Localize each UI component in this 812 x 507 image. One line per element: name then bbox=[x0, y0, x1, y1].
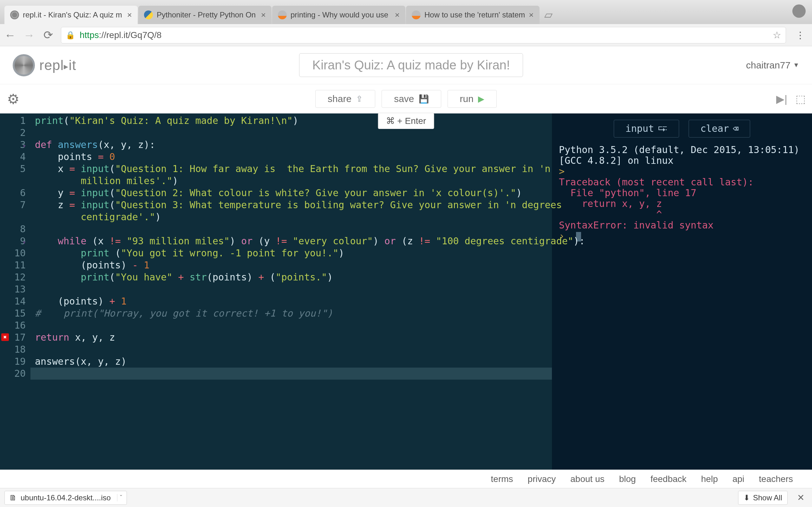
browser-tab[interactable]: How to use the 'return' statem× bbox=[406, 6, 540, 24]
save-label: save bbox=[394, 94, 414, 104]
package-icon[interactable]: ⬚ bbox=[796, 93, 806, 105]
tab-close-icon[interactable]: × bbox=[395, 10, 400, 20]
favicon-icon bbox=[412, 10, 420, 19]
editor-code-area[interactable]: print("Kiran's Quiz: A quiz made by Kira… bbox=[35, 115, 552, 380]
browser-tab-strip: repl.it - Kiran's Quiz: A quiz m×Pythoni… bbox=[0, 0, 812, 24]
browser-tab[interactable]: printing - Why would you use× bbox=[272, 6, 405, 24]
show-all-downloads-button[interactable]: ⬇ Show All bbox=[738, 491, 788, 505]
lock-icon: 🔒 bbox=[66, 31, 75, 40]
play-icon: ▶ bbox=[478, 94, 484, 104]
file-icon: 🗎 bbox=[9, 493, 17, 502]
download-arrow-icon: ⬇ bbox=[744, 493, 750, 502]
step-forward-icon[interactable]: ▶| bbox=[776, 93, 787, 105]
footer-link-api[interactable]: api bbox=[732, 474, 744, 484]
save-button[interactable]: save 💾 bbox=[382, 90, 441, 108]
user-menu[interactable]: chaitran77 ▼ bbox=[746, 60, 799, 71]
run-button[interactable]: run ▶ bbox=[448, 90, 497, 108]
console-pane: input ⮓ clear ⌫ Python 3.5.2 (default, D… bbox=[552, 113, 812, 469]
settings-gear-icon[interactable]: ⚙ bbox=[7, 91, 19, 107]
url-path: ://repl.it/Gq7Q/8 bbox=[99, 30, 162, 40]
toolbar: ⚙ 🗎 share ⇪ save 💾 run ▶ ▶| ⬚ ⌘ + Enter bbox=[0, 84, 812, 113]
footer-link-feedback[interactable]: feedback bbox=[651, 474, 687, 484]
tab-close-icon[interactable]: × bbox=[261, 10, 266, 20]
show-all-label: Show All bbox=[753, 493, 782, 502]
download-item[interactable]: 🗎 ubuntu-16.04.2-deskt....iso ˇ bbox=[4, 491, 127, 505]
footer-links: termsprivacyabout usblogfeedbackhelpapit… bbox=[0, 469, 812, 488]
browser-menu-button[interactable]: ⋮ bbox=[792, 30, 808, 41]
logo-text: repl▸it bbox=[39, 57, 76, 73]
favicon-icon bbox=[278, 10, 287, 19]
logo-swirl-icon bbox=[13, 54, 35, 76]
download-shelf: 🗎 ubuntu-16.04.2-deskt....iso ˇ ⬇ Show A… bbox=[0, 488, 812, 507]
tab-title: printing - Why would you use bbox=[291, 10, 391, 19]
tab-title: How to use the 'return' statem bbox=[424, 10, 525, 19]
run-shortcut-tooltip: ⌘ + Enter bbox=[378, 113, 434, 129]
profile-avatar-button[interactable] bbox=[792, 4, 806, 18]
url-scheme: https bbox=[80, 30, 99, 40]
tab-title: Pythoniter - Pretty Python On bbox=[157, 10, 257, 19]
close-shelf-button[interactable]: ✕ bbox=[794, 493, 808, 503]
footer-link-blog[interactable]: blog bbox=[619, 474, 636, 484]
editor-gutter: 12▾345678▾910111213141516✖17181920 bbox=[0, 113, 31, 380]
tab-title: repl.it - Kiran's Quiz: A quiz m bbox=[23, 10, 123, 19]
workspace: 12▾345678▾910111213141516✖17181920 print… bbox=[0, 113, 812, 469]
console-input-label: input bbox=[625, 123, 654, 134]
forward-button[interactable]: → bbox=[23, 29, 36, 42]
address-bar: ← → ⟳ 🔒 https://repl.it/Gq7Q/8 ☆ ⋮ bbox=[0, 24, 812, 46]
favicon-icon bbox=[144, 10, 153, 19]
code-editor[interactable]: 12▾345678▾910111213141516✖17181920 print… bbox=[0, 113, 552, 469]
share-button[interactable]: share ⇪ bbox=[315, 90, 375, 108]
footer-link-privacy[interactable]: privacy bbox=[528, 474, 556, 484]
console-clear-button[interactable]: clear ⌫ bbox=[689, 120, 750, 137]
console-clear-label: clear bbox=[700, 123, 729, 134]
app-header: repl▸it Kiran's Quiz: A quiz made by Kir… bbox=[0, 46, 812, 84]
console-input-button[interactable]: input ⮓ bbox=[614, 120, 679, 137]
footer-link-teachers[interactable]: teachers bbox=[759, 474, 793, 484]
console-output[interactable]: Python 3.5.2 (default, Dec 2015, 13:05:1… bbox=[552, 142, 812, 244]
download-caret-icon[interactable]: ˇ bbox=[117, 494, 122, 501]
caret-down-icon: ▼ bbox=[793, 61, 799, 69]
browser-tab[interactable]: repl.it - Kiran's Quiz: A quiz m× bbox=[4, 6, 138, 24]
share-label: share bbox=[328, 94, 351, 104]
repl-title-input[interactable]: Kiran's Quiz: A quiz made by Kiran! bbox=[299, 53, 523, 77]
new-tab-button[interactable]: ▱ bbox=[542, 8, 555, 21]
tab-close-icon[interactable]: × bbox=[529, 10, 534, 20]
run-label: run bbox=[460, 94, 473, 104]
browser-tab[interactable]: Pythoniter - Pretty Python On× bbox=[138, 6, 271, 24]
favicon-icon bbox=[10, 10, 19, 19]
bookmark-star-icon[interactable]: ☆ bbox=[773, 30, 781, 41]
share-icon: ⇪ bbox=[356, 94, 363, 104]
input-icon: ⮓ bbox=[658, 123, 667, 134]
logo[interactable]: repl▸it bbox=[13, 54, 76, 76]
footer-link-help[interactable]: help bbox=[701, 474, 718, 484]
save-icon: 💾 bbox=[419, 94, 429, 104]
download-filename: ubuntu-16.04.2-deskt....iso bbox=[20, 493, 111, 502]
back-button[interactable]: ← bbox=[4, 29, 16, 42]
username-label: chaitran77 bbox=[746, 60, 791, 71]
backspace-icon: ⌫ bbox=[733, 123, 739, 134]
url-input[interactable]: 🔒 https://repl.it/Gq7Q/8 ☆ bbox=[61, 27, 786, 43]
footer-link-terms[interactable]: terms bbox=[491, 474, 513, 484]
footer-link-about-us[interactable]: about us bbox=[570, 474, 604, 484]
tab-close-icon[interactable]: × bbox=[127, 10, 132, 20]
reload-button[interactable]: ⟳ bbox=[42, 29, 55, 42]
